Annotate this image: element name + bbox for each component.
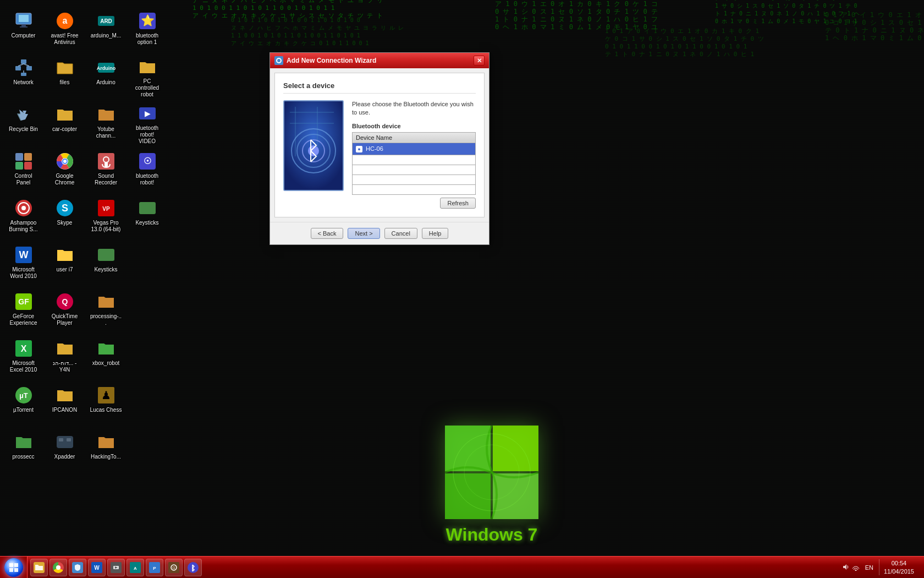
icon-control[interactable]: Control Panel [6, 149, 41, 193]
clock[interactable]: 00:54 11/04/2015 [879, 559, 919, 575]
next-button[interactable]: Next > [348, 228, 380, 239]
icon-car-copter-label: car-copter [52, 126, 77, 133]
svg-text:▶: ▶ [144, 109, 150, 118]
icon-bt-video[interactable]: ▶ bluetooth robot! VIDEO [129, 102, 165, 146]
icon-keyst[interactable]: Keysticks [129, 195, 165, 239]
taskbar-game[interactable]: G [165, 559, 183, 576]
network-tray-icon[interactable] [852, 563, 860, 572]
icon-hebrew[interactable]: דוח-הנ... -Y4N [47, 336, 82, 380]
language-indicator[interactable]: EN [862, 564, 876, 571]
icon-sound-label: Sound Recorder [90, 173, 122, 186]
icon-arduino[interactable]: Arduino Arduino [88, 55, 124, 99]
clock-time: 00:54 [884, 559, 914, 567]
svg-rect-15 [26, 66, 32, 70]
dialog-description: Please choose the Bluetooth device you w… [352, 100, 476, 117]
bluetooth-device-label: Bluetooth device [352, 123, 476, 129]
svg-rect-5 [21, 24, 26, 26]
icon-arduino-m[interactable]: ARD arduino_M... [88, 8, 124, 52]
icon-xpadder[interactable]: Xpadder [47, 429, 82, 473]
icon-hacking[interactable]: HackingTo... [88, 429, 124, 473]
start-button[interactable] [0, 557, 28, 579]
icon-xbox-label: xbox_robot [92, 360, 119, 367]
taskbar-chrome[interactable] [50, 559, 67, 576]
taskbar-explorer[interactable] [30, 559, 48, 576]
icon-prossecc-label: prossecc [12, 454, 34, 460]
dialog-title-text: Add New Connection Wizard [287, 57, 474, 64]
svg-rect-58 [57, 436, 73, 448]
device-name: HC-06 [366, 145, 383, 152]
icon-excel[interactable]: X Microsoft Excel 2010 [6, 336, 41, 380]
svg-text:G: G [172, 566, 175, 570]
icon-prossecc[interactable]: prossecc [6, 429, 41, 473]
taskbar-media[interactable] [107, 559, 125, 576]
taskbar-arduino[interactable]: A [127, 559, 144, 576]
icon-utorrent[interactable]: µT µTorrent [6, 383, 41, 427]
icon-bt-robot-label: bluetooth robot! [131, 173, 163, 186]
svg-rect-18 [21, 73, 26, 76]
svg-text:W: W [19, 249, 28, 260]
bluetooth-image [283, 100, 344, 191]
svg-rect-4 [19, 15, 29, 22]
icon-processing-label: processing-... [90, 313, 122, 326]
empty-row-1 [353, 155, 476, 165]
icon-recycle[interactable]: Recycle Bin [6, 102, 41, 146]
icon-user-i7[interactable]: user i7 [47, 242, 82, 286]
icon-files[interactable]: files [47, 55, 82, 99]
icon-lucas[interactable]: ♟ Lucas Chess [88, 383, 124, 427]
refresh-button[interactable]: Refresh [440, 198, 476, 209]
empty-row-2 [353, 165, 476, 175]
icon-vegas[interactable]: VP Vegas Pro 13.0 (64-bit) [88, 195, 124, 239]
icon-avast[interactable]: a avast! Free Antivirus [47, 8, 82, 52]
empty-row-4 [353, 184, 476, 194]
icon-keyst2-label: Keysticks [94, 266, 117, 273]
taskbar-pside[interactable]: P [146, 559, 163, 576]
icon-processing[interactable]: processing-... [88, 289, 124, 333]
icon-car-copter[interactable]: car-copter [47, 102, 82, 146]
icon-xbox[interactable]: xbox_robot [88, 336, 124, 380]
svg-point-31 [63, 160, 67, 163]
svg-rect-24 [15, 153, 23, 161]
taskbar-security[interactable] [69, 559, 86, 576]
back-button[interactable]: < Back [311, 228, 344, 239]
dialog-right-panel: Please choose the Bluetooth device you w… [352, 100, 476, 209]
icon-youtube[interactable]: Yotube chann... [88, 102, 124, 146]
icon-geforce[interactable]: GF GeForce Experience [6, 289, 41, 333]
icon-skype[interactable]: S Skype [47, 195, 82, 239]
dialog-section-title: Select a device [283, 81, 476, 94]
icon-sound[interactable]: Sound Recorder [88, 149, 124, 193]
help-button[interactable]: Help [422, 228, 449, 239]
cancel-button[interactable]: Cancel [384, 228, 417, 239]
svg-text:P: P [153, 566, 156, 571]
icon-bt-robot[interactable]: ☉ bluetooth robot! [129, 149, 165, 193]
icon-word[interactable]: W Microsoft Word 2010 [6, 242, 41, 286]
icon-quicktime[interactable]: Q QuickTime Player [47, 289, 82, 333]
icon-bluetooth1[interactable]: ⭐ bluetooth option 1 [129, 8, 165, 52]
icon-ashampoo[interactable]: Ashampoo Burning S... [6, 195, 41, 239]
icon-keyst2[interactable]: Keysticks [88, 242, 124, 286]
dialog-title-icon [274, 56, 283, 65]
icon-chrome[interactable]: Google Chrome [47, 149, 82, 193]
device-table: Device Name ● HC-06 [352, 132, 476, 195]
icon-ipcanon[interactable]: IPCANON [47, 383, 82, 427]
icon-hebrew-label: דוח-הנ... -Y4N [48, 360, 81, 373]
svg-text:☉: ☉ [144, 156, 151, 166]
icon-bluetooth1-label: bluetooth option 1 [131, 32, 163, 46]
icon-skype-label: Skype [57, 220, 73, 226]
taskbar-word[interactable]: W [88, 559, 106, 576]
svg-point-71 [308, 145, 319, 156]
taskbar-bluetooth[interactable] [184, 559, 202, 576]
svg-line-16 [18, 64, 24, 66]
icon-bt-video-label: bluetooth robot! VIDEO [131, 125, 163, 145]
icon-chrome-label: Google Chrome [48, 173, 81, 186]
icon-network[interactable]: Network [6, 55, 41, 99]
icon-quicktime-label: QuickTime Player [48, 313, 81, 326]
svg-rect-14 [15, 66, 21, 70]
icon-pc-robot[interactable]: PC controlled robot [129, 55, 165, 99]
svg-text:a: a [62, 16, 67, 25]
svg-rect-34 [105, 162, 108, 167]
icon-computer[interactable]: Computer [6, 8, 41, 52]
icon-arduino-label: Arduino [96, 79, 115, 86]
device-row-hc06[interactable]: ● HC-06 [353, 143, 476, 155]
volume-icon[interactable] [842, 563, 850, 572]
dialog-close-button[interactable]: ✕ [474, 56, 485, 66]
